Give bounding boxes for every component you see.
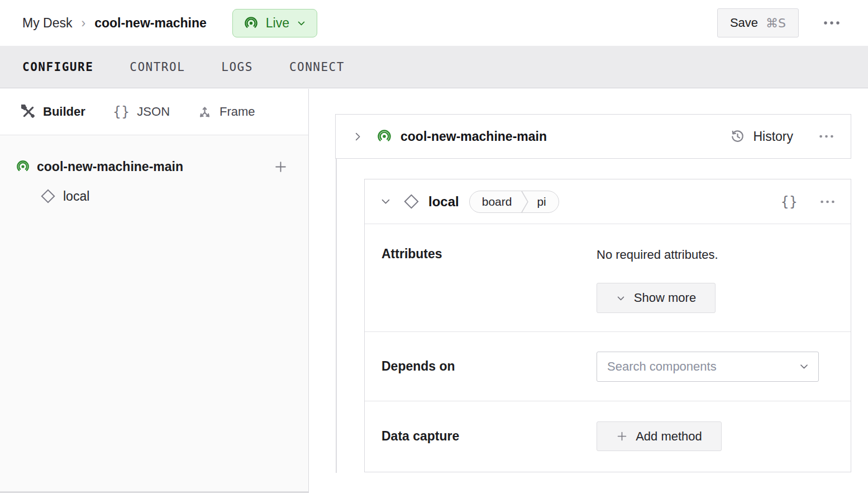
frame-axes-icon <box>197 105 212 120</box>
braces-icon: {} <box>113 105 130 118</box>
data-capture-section: Data capture Add method <box>365 401 851 471</box>
chevron-down-icon[interactable] <box>380 196 391 207</box>
top-bar: My Desk › cool-new-machine Live Save ⌘S <box>0 0 868 46</box>
chevron-right-icon[interactable] <box>352 131 363 142</box>
data-capture-label: Data capture <box>381 429 597 444</box>
main-nav-tabbar: CONFIGURE CONTROL LOGS CONNECT <box>0 46 868 88</box>
view-tab-json-label: JSON <box>137 105 170 119</box>
badge-type-label: board <box>470 195 521 208</box>
save-button[interactable]: Save ⌘S <box>717 8 799 37</box>
badge-model-label: pi <box>529 195 558 208</box>
view-tab-frame[interactable]: Frame <box>197 105 255 120</box>
tree-item-local-label: local <box>63 189 89 204</box>
history-clock-icon <box>730 129 745 144</box>
plus-icon <box>616 430 628 442</box>
breadcrumb: My Desk › cool-new-machine <box>22 16 207 31</box>
diamond-icon <box>40 188 56 204</box>
broadcast-icon <box>376 129 392 144</box>
component-menu-icon[interactable] <box>819 195 836 208</box>
add-method-button[interactable]: Add method <box>597 421 722 451</box>
topbar-actions: Save ⌘S <box>717 8 842 37</box>
live-status-label: Live <box>266 16 289 31</box>
config-sidebar: Builder {} JSON Frame <box>0 89 309 493</box>
history-button[interactable]: History <box>730 129 793 144</box>
attributes-section: Attributes No required attributes. Show … <box>365 224 851 332</box>
depends-on-combobox[interactable] <box>597 352 819 382</box>
chevron-down-icon[interactable] <box>799 361 809 372</box>
sidebar-view-tabs: Builder {} JSON Frame <box>0 89 308 135</box>
live-status-badge[interactable]: Live <box>232 9 317 37</box>
component-model-badge: board pi <box>469 191 559 213</box>
breadcrumb-separator-icon: › <box>81 16 85 31</box>
tab-configure[interactable]: CONFIGURE <box>22 60 93 74</box>
search-components-input[interactable] <box>607 359 799 374</box>
attributes-label: Attributes <box>381 246 597 262</box>
broadcast-icon <box>244 16 259 31</box>
view-tab-json[interactable]: {} JSON <box>113 105 170 119</box>
chevron-down-icon <box>297 18 306 28</box>
more-options-icon[interactable] <box>821 16 842 30</box>
badge-divider-chevron-icon <box>521 191 529 213</box>
view-tab-builder[interactable]: Builder <box>21 105 85 119</box>
save-shortcut-hint: ⌘S <box>766 16 786 30</box>
breadcrumb-machine-name: cool-new-machine <box>94 16 207 31</box>
component-card-local: local board pi {} Attributes No <box>364 179 851 472</box>
tree-item-machine-part[interactable]: cool-new-machine-main <box>0 152 308 181</box>
machine-part-title: cool-new-machine-main <box>400 129 547 144</box>
part-menu-icon[interactable] <box>818 130 835 143</box>
show-more-label: Show more <box>634 291 696 305</box>
config-main-panel: cool-new-machine-main History <box>309 89 868 493</box>
tab-control[interactable]: CONTROL <box>130 60 185 74</box>
diamond-icon <box>403 193 419 210</box>
add-method-label: Add method <box>636 429 702 444</box>
component-title: local <box>428 194 459 210</box>
chevron-down-icon <box>616 293 626 303</box>
show-more-button[interactable]: Show more <box>597 283 716 313</box>
view-tab-builder-label: Builder <box>43 105 85 119</box>
tree-connector-line <box>336 159 337 473</box>
view-tab-frame-label: Frame <box>220 105 255 119</box>
braces-icon[interactable]: {} <box>778 193 800 211</box>
tree-item-machine-part-label: cool-new-machine-main <box>37 159 183 174</box>
tab-logs[interactable]: LOGS <box>221 60 253 74</box>
breadcrumb-parent[interactable]: My Desk <box>22 16 72 31</box>
history-button-label: History <box>753 129 793 144</box>
attributes-empty-text: No required attributes. <box>597 248 718 262</box>
broadcast-icon <box>16 159 30 174</box>
depends-on-section: Depends on <box>365 332 851 401</box>
depends-on-label: Depends on <box>381 359 597 374</box>
add-component-icon[interactable] <box>271 158 290 176</box>
tree-item-local-component[interactable]: local <box>0 181 308 211</box>
component-card-header: local board pi {} <box>365 179 851 224</box>
tools-icon <box>21 105 36 119</box>
tab-connect[interactable]: CONNECT <box>289 60 345 74</box>
save-button-label: Save <box>730 16 758 30</box>
machine-part-card: cool-new-machine-main History <box>335 114 851 159</box>
